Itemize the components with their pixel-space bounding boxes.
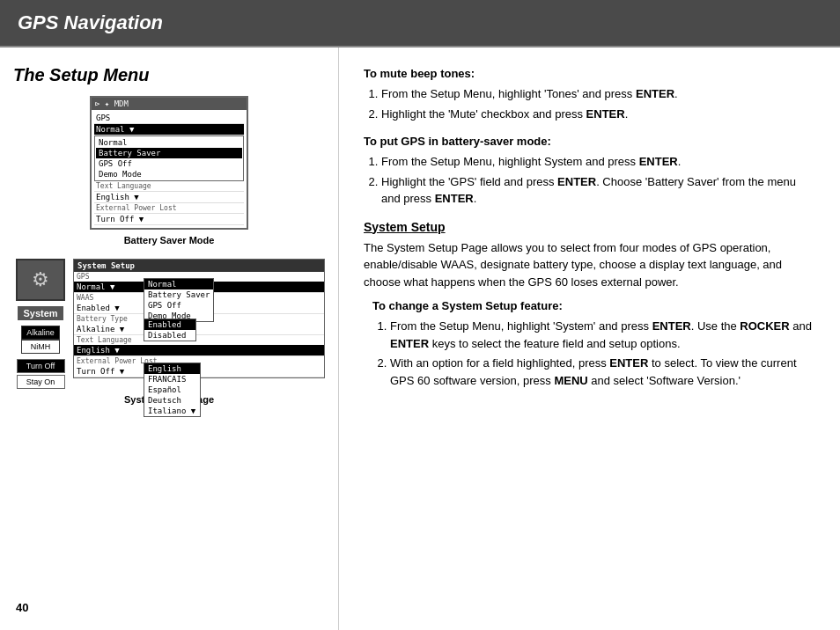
battery-saver-screenshot: ⊳ ✦ MDM GPS Normal ▼ Normal Battery Save…	[90, 96, 248, 230]
battery-heading: To put GPS in battery-saver mode:	[364, 135, 815, 148]
mute-steps: From the Setup Menu, highlight 'Tones' a…	[364, 85, 815, 122]
system-page-area: System Setup GPS Normal ▼ WAAS Enabled ▼…	[73, 259, 325, 389]
ss-gps-label: GPS	[94, 113, 244, 124]
system-icon-box: ⚙ System Alkaline NiMH Turn Off Stay On	[13, 259, 68, 389]
system-setup-area: ⚙ System Alkaline NiMH Turn Off Stay On …	[13, 259, 325, 389]
battery-steps: From the Setup Menu, highlight System an…	[364, 153, 815, 208]
gps-mode-dropdown: Normal Battery Saver GPS Off Demo Mode	[144, 278, 214, 322]
dd-demo: Demo Mode	[96, 169, 242, 179]
ss-dropdown: Normal Battery Saver GPS Off Demo Mode	[94, 136, 244, 181]
ss-gps-value: Normal ▼	[94, 124, 244, 136]
stay-on: Stay On	[17, 375, 65, 389]
battery-alkaline: Alkaline	[21, 326, 60, 340]
ss-text-lang-label: Text Language	[94, 181, 244, 192]
section-title: The Setup Menu	[13, 65, 325, 85]
lang-espanol: Español	[144, 385, 200, 395]
lang-deutsch: Deutsch	[144, 395, 200, 406]
right-panel: To mute beep tones: From the Setup Menu,…	[339, 48, 840, 630]
header-title: GPS Navigation	[18, 11, 163, 34]
system-setup-heading: System Setup	[364, 220, 815, 234]
mute-section: To mute beep tones: From the Setup Menu,…	[364, 67, 815, 122]
gps-dd-battery: Battery Saver	[144, 289, 213, 300]
mute-step-1: From the Setup Menu, highlight 'Tones' a…	[381, 85, 815, 103]
gps-dd-normal: Normal	[144, 279, 213, 289]
ss-ext-power-label: External Power Lost	[94, 203, 244, 214]
battery-nimh: NiMH	[21, 340, 60, 354]
system-setup-section: System Setup The System Setup Page allow…	[364, 220, 815, 390]
dd-battery: Battery Saver	[96, 148, 242, 158]
screenshot-body: GPS Normal ▼ Normal Battery Saver GPS Of…	[92, 110, 247, 228]
sp-title: System Setup	[74, 260, 324, 272]
dd-normal: Normal	[96, 137, 242, 148]
change-heading: To change a System Setup feature:	[372, 299, 815, 312]
waas-dropdown: Enabled Disabled	[144, 319, 196, 341]
change-section: To change a System Setup feature: From t…	[364, 299, 815, 389]
turn-off: Turn Off	[17, 359, 65, 373]
page-number: 40	[16, 601, 28, 614]
lang-francais: FRANCAIS	[144, 374, 200, 385]
change-step-1: From the Setup Menu, highlight 'System' …	[390, 318, 815, 352]
language-dropdown: English FRANCAIS Español Deutsch Italian…	[144, 363, 201, 417]
ss-turn-off: Turn Off ▼	[94, 214, 244, 225]
battery-caption: Battery Saver Mode	[13, 235, 325, 245]
sp-battery-value: Alkaline ▼	[74, 324, 324, 335]
system-setup-para: The System Setup Page allows you to sele…	[364, 239, 815, 291]
change-steps: From the Setup Menu, highlight 'System' …	[372, 318, 815, 389]
waas-disabled: Disabled	[144, 330, 195, 341]
gear-icon: ⚙	[16, 259, 65, 301]
turn-box: Turn Off Stay On	[17, 359, 65, 389]
sp-lang-value: English ▼	[74, 345, 324, 356]
system-label: System	[18, 306, 63, 320]
mute-heading: To mute beep tones:	[364, 67, 815, 80]
lang-english: English	[144, 363, 200, 374]
dd-gpsoff: GPS Off	[96, 158, 242, 169]
screenshot-titlebar: ⊳ ✦ MDM	[92, 98, 247, 110]
change-step-2: With an option for a field highlighted, …	[390, 355, 815, 389]
left-panel: The Setup Menu ⊳ ✦ MDM GPS Normal ▼ Norm…	[0, 48, 339, 630]
battery-section: To put GPS in battery-saver mode: From t…	[364, 135, 815, 208]
page-header: GPS Navigation	[0, 0, 840, 46]
battery-step-1: From the Setup Menu, highlight System an…	[381, 153, 815, 171]
sp-lang-label: Text Language	[74, 335, 324, 345]
mute-step-2: Highlight the 'Mute' checkbox and press …	[381, 106, 815, 123]
battery-types: Alkaline NiMH	[21, 326, 60, 354]
lang-italiano: Italiano ▼	[144, 406, 200, 416]
gps-dd-off: GPS Off	[144, 300, 213, 311]
battery-step-2: Highlight the 'GPS' field and press ENTE…	[381, 173, 815, 208]
ss-lang-value: English ▼	[94, 192, 244, 203]
waas-enabled: Enabled	[144, 319, 195, 330]
